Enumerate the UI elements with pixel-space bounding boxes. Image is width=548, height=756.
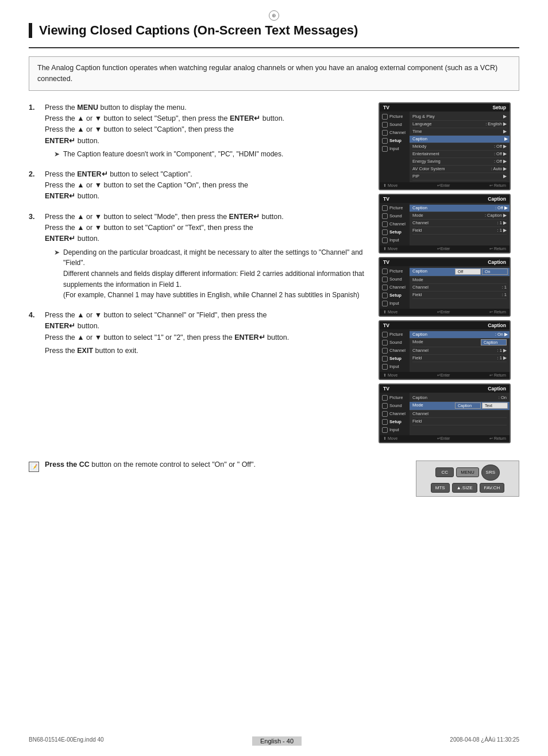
s2-channel-icon — [382, 221, 388, 227]
menu-row-energy: Energy Saving: Off ▶ — [412, 158, 507, 166]
menu-row-entertainment: Entertainment: Off ▶ — [412, 151, 507, 158]
step-3-note-text: Depending on the particular broadcast, i… — [63, 247, 367, 301]
tv-screen-2-body: Picture Sound Channel Setup — [380, 203, 510, 245]
s4-field-row: Field: 1 ▶ — [412, 355, 507, 362]
s5-channel-icon — [382, 411, 388, 417]
menu-row-language: Language: English ▶ — [412, 121, 507, 128]
s5-text-opt: Text — [482, 402, 508, 409]
tv-label-4: TV — [383, 323, 389, 328]
footer-date: 2008-04-08 ¿ÀÀü 11:30:25 — [450, 736, 519, 746]
s2-input: Input — [380, 236, 410, 244]
s3-input: Input — [380, 300, 410, 308]
page-number: English - 40 — [252, 736, 302, 746]
s3-off-option: Off — [455, 268, 481, 275]
menu-button[interactable]: MENU — [456, 467, 479, 477]
s2-sound: Sound — [380, 212, 410, 220]
sidebar-sound: Sound — [380, 121, 410, 129]
step-2-num: 2. — [29, 169, 40, 202]
s3-picture-icon — [382, 268, 388, 274]
s3-setup: Setup — [380, 291, 410, 300]
tv-screen-1-body: Picture Sound Channel Setup — [380, 112, 510, 182]
tv-label-2: TV — [383, 196, 389, 202]
s3-caption-row: Caption Off On — [410, 268, 510, 277]
bottom-note-text: Press the CC button on the remote contro… — [45, 460, 407, 469]
tv-screen-5-header: TV Caption — [380, 385, 510, 393]
tv-screen-4: TV Caption Picture Sound — [379, 320, 511, 380]
tv-footer-enter: ↵Enter — [437, 183, 450, 188]
tv-menu-label-5: Caption — [488, 386, 506, 392]
size-button[interactable]: ▲.SIZE — [452, 483, 477, 493]
tv-label-3: TV — [383, 259, 389, 265]
picture-icon — [382, 114, 388, 120]
s2-sound-icon — [382, 213, 388, 219]
instructions: 1. Press the MENU button to display the … — [29, 102, 367, 366]
s5-channel-row: Channel — [412, 410, 507, 418]
s2-field-row: Field: 1 ▶ — [412, 227, 507, 235]
step-1-note: ➤ The Caption feature doesn't work in "C… — [54, 149, 284, 160]
s3-sound: Sound — [380, 275, 410, 283]
section-divider — [29, 47, 519, 48]
menu-row-melody: Melody: Off ▶ — [412, 143, 507, 151]
favch-button[interactable]: FAV.CH — [480, 483, 505, 493]
step-1: 1. Press the MENU button to display the … — [29, 102, 367, 160]
cc-button[interactable]: CC — [435, 467, 454, 477]
intro-text: The Analog Caption function operates whe… — [37, 64, 497, 83]
tv-menu-label-4: Caption — [488, 323, 506, 328]
tv-screen-3-header: TV Caption — [380, 258, 510, 266]
srs-button[interactable]: SRS — [481, 465, 500, 481]
setup-icon — [382, 138, 388, 144]
compass-decoration: ⊕ — [269, 10, 279, 21]
s4-mode-row: Mode Caption — [412, 339, 507, 347]
tv-menu-area-3: Caption Off On Mode Channel: 1 Field: 1 — [410, 266, 510, 309]
screenshots-col: TV Setup Picture Sound — [379, 102, 519, 443]
s4-picture-icon — [382, 332, 388, 337]
s5-caption-row: Caption: On — [412, 394, 507, 402]
menu-row-time: Time▶ — [412, 128, 507, 136]
s5-sound-icon — [382, 403, 388, 409]
tv-screen-2-header: TV Caption — [380, 195, 510, 203]
sidebar-sound-label: Sound — [389, 122, 402, 127]
tv-footer-1: ⬆ Move ↵Enter ↩ Return — [380, 182, 510, 189]
tv-screen-1-header: TV Setup — [380, 103, 510, 112]
step-4-content: Press the ▲ or ▼ button to select "Chann… — [45, 310, 289, 357]
step-3-num: 3. — [29, 212, 40, 301]
s3-channel-row: Channel: 1 — [412, 284, 507, 291]
tv-sidebar-1: Picture Sound Channel Setup — [380, 112, 410, 182]
tv-screen-3: TV Caption Picture Sound — [379, 257, 511, 317]
s3-mode-row: Mode — [412, 277, 507, 284]
tv-label-1: TV — [383, 105, 389, 110]
s5-picture-icon — [382, 395, 388, 401]
s3-field-row: Field: 1 — [412, 291, 507, 299]
tv-screen-4-body: Picture Sound Channel Setup — [380, 329, 510, 372]
channel-icon — [382, 130, 388, 136]
s2-picture-icon — [382, 205, 388, 211]
tv-sidebar-4: Picture Sound Channel Setup — [380, 329, 410, 372]
remote-row-1: CC MENU SRS — [421, 465, 514, 481]
s2-setup: Setup — [380, 228, 410, 236]
page-footer: BN68-01514E-00Eng.indd 40 English - 40 2… — [0, 736, 548, 746]
s2-mode-row: Mode: Caption ▶ — [412, 212, 507, 220]
s4-channel: Channel — [380, 347, 410, 355]
s5-sound: Sound — [380, 402, 410, 410]
step-2-content: Press the ENTER↵ button to select "Capti… — [45, 169, 248, 202]
note-arrow: ➤ — [54, 149, 60, 160]
s5-mode-row: Mode Caption Text — [410, 402, 510, 410]
step-4: 4. Press the ▲ or ▼ button to select "Ch… — [29, 310, 367, 357]
s3-on-option: On — [482, 268, 508, 275]
tv-footer-5: ⬆ Move ↵Enter ↩ Return — [380, 435, 510, 442]
s4-sound: Sound — [380, 339, 410, 347]
sidebar-channel-label: Channel — [389, 130, 406, 135]
tv-label-5: TV — [383, 386, 389, 392]
s4-mode-dropdown: Caption — [481, 339, 507, 346]
tv-footer-move: ⬆ Move — [383, 183, 398, 188]
mts-button[interactable]: MTS — [431, 483, 450, 493]
s2-channel: Channel — [380, 220, 410, 228]
s2-caption-row: Caption: Off ▶ — [410, 205, 510, 212]
sidebar-setup-label: Setup — [389, 138, 402, 143]
tv-footer-3: ⬆ Move ↵Enter ↩ Return — [380, 309, 510, 316]
sidebar-picture-label: Picture — [389, 114, 403, 119]
tv-footer-2: ⬆ Move ↵Enter ↩ Return — [380, 245, 510, 252]
tv-menu-label-1: Setup — [492, 105, 506, 110]
step-2: 2. Press the ENTER↵ button to select "Ca… — [29, 169, 367, 202]
remote-row-2: MTS ▲.SIZE FAV.CH — [421, 483, 514, 493]
